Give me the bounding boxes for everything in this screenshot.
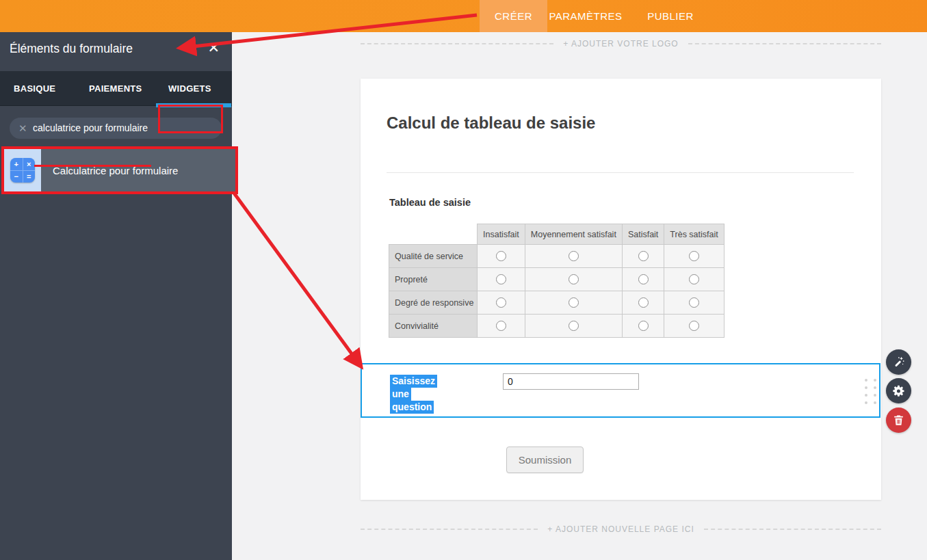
widget-label: Calculatrice pour formulaire (41, 165, 178, 176)
add-page-row: + AJOUTER NOUVELLE PAGE ICI (361, 524, 881, 535)
calc-multiply: × (23, 158, 36, 170)
matrix-row: Propreté (389, 268, 724, 291)
matrix-radio[interactable] (496, 251, 506, 261)
trash-icon (892, 414, 905, 427)
active-tab-indicator (156, 103, 231, 107)
matrix-cell (622, 291, 664, 315)
drag-handle[interactable] (865, 379, 876, 404)
matrix-radio[interactable] (569, 251, 579, 261)
matrix-radio[interactable] (569, 321, 579, 331)
matrix-cell (622, 315, 664, 338)
matrix-cell (664, 291, 724, 315)
matrix-cell (622, 245, 664, 268)
matrix-cell (622, 268, 664, 291)
matrix-column-header: Moyennement satisfait (525, 224, 622, 245)
tab-parametres[interactable]: PARAMÈTRES (547, 0, 624, 32)
matrix-row: Degré de responsive (389, 291, 724, 315)
matrix-column-header: Insatisfait (478, 224, 525, 245)
form-title[interactable]: Calcul de tableau de saisie (387, 114, 595, 133)
matrix-corner-cell (389, 224, 478, 245)
widget-result-calculatrice[interactable]: + × − = Calculatrice pour formulaire (1, 146, 238, 194)
widget-icon-cell: + × − = (4, 149, 41, 191)
form-elements-panel: Éléments du formulaire ✕ BASIQUE PAIEMEN… (0, 32, 232, 560)
matrix-radio[interactable] (689, 297, 699, 308)
tab-publier[interactable]: PUBLIER (642, 0, 699, 32)
matrix-cell (478, 315, 525, 338)
tab-basique[interactable]: BASIQUE (14, 71, 55, 106)
wizard-button[interactable] (886, 349, 911, 375)
matrix-cell (664, 245, 724, 268)
matrix-cell (664, 268, 724, 291)
settings-button[interactable] (886, 378, 911, 403)
gear-icon (892, 384, 906, 398)
delete-button[interactable] (886, 408, 911, 433)
matrix-column-header: Satisfait (622, 224, 664, 245)
matrix-cell (478, 291, 525, 315)
calc-plus: + (10, 158, 23, 170)
question-label-selected[interactable]: Saisissez une question (390, 375, 453, 414)
matrix-row-header: Degré de responsive (389, 291, 478, 315)
dashed-divider (704, 529, 881, 530)
matrix-row-header: Qualité de service (389, 245, 478, 268)
matrix-radio[interactable] (569, 297, 579, 308)
submit-button[interactable]: Soumission (506, 446, 584, 473)
widget-search-input[interactable]: ✕ calculatrice pour formulaire (10, 118, 222, 139)
search-value: calculatrice pour formulaire (33, 118, 148, 139)
magic-wand-icon (891, 355, 906, 369)
selected-calculator-element[interactable]: Saisissez une question (361, 363, 880, 418)
widget-label-cell: Calculatrice pour formulaire (41, 149, 235, 191)
tab-widgets[interactable]: WIDGETS (168, 71, 211, 106)
matrix-radio[interactable] (689, 321, 699, 331)
add-logo-button[interactable]: + AJOUTER VOTRE LOGO (553, 39, 688, 49)
calc-equals: = (23, 171, 36, 183)
matrix-table: InsatisfaitMoyennement satisfaitSatisfai… (389, 224, 724, 338)
matrix-row: Qualité de service (389, 245, 724, 268)
matrix-radio[interactable] (496, 321, 506, 331)
add-logo-row: + AJOUTER VOTRE LOGO (361, 38, 881, 49)
matrix-radio[interactable] (638, 274, 649, 284)
matrix-cell (478, 245, 525, 268)
panel-tabbar: BASIQUE PAIEMENTS WIDGETS (0, 71, 232, 106)
matrix-radio[interactable] (638, 321, 649, 331)
tab-paiements[interactable]: PAIEMENTS (89, 71, 142, 106)
calculator-value-input[interactable] (503, 373, 639, 390)
add-new-page-button[interactable]: + AJOUTER NOUVELLE PAGE ICI (538, 524, 704, 534)
question-label-text: Saisissez une question (390, 375, 437, 414)
matrix-cell (525, 291, 622, 315)
matrix-column-header: Très satisfait (664, 224, 724, 245)
clear-search-icon[interactable]: ✕ (18, 118, 27, 139)
form-card: Calcul de tableau de saisie Tableau de s… (361, 79, 881, 500)
dashed-divider (361, 529, 538, 530)
panel-title: Éléments du formulaire (10, 42, 133, 56)
matrix-radio[interactable] (496, 297, 506, 308)
matrix-row: Convivialité (389, 315, 724, 338)
calc-minus: − (10, 171, 23, 183)
tab-creer[interactable]: CRÉER (480, 0, 547, 32)
matrix-radio[interactable] (496, 274, 506, 284)
matrix-radio[interactable] (638, 251, 649, 261)
matrix-cell (525, 245, 622, 268)
calculator-icon: + × − = (10, 158, 35, 183)
matrix-row-header: Convivialité (389, 315, 478, 338)
matrix-radio[interactable] (689, 274, 699, 284)
dashed-divider (688, 43, 881, 44)
matrix-row-header: Propreté (389, 268, 478, 291)
form-divider (387, 172, 854, 173)
matrix-cell (525, 315, 622, 338)
matrix-cell (478, 268, 525, 291)
close-icon[interactable]: ✕ (207, 40, 220, 55)
arrow-to-selected-element (233, 192, 361, 366)
matrix-radio[interactable] (638, 297, 649, 308)
topbar: CRÉER PARAMÈTRES PUBLIER (0, 0, 927, 32)
matrix-radio[interactable] (689, 251, 699, 261)
matrix-question-label[interactable]: Tableau de saisie (389, 197, 471, 208)
dashed-divider (361, 43, 553, 44)
matrix-cell (525, 268, 622, 291)
matrix-radio[interactable] (569, 274, 579, 284)
matrix-cell (664, 315, 724, 338)
